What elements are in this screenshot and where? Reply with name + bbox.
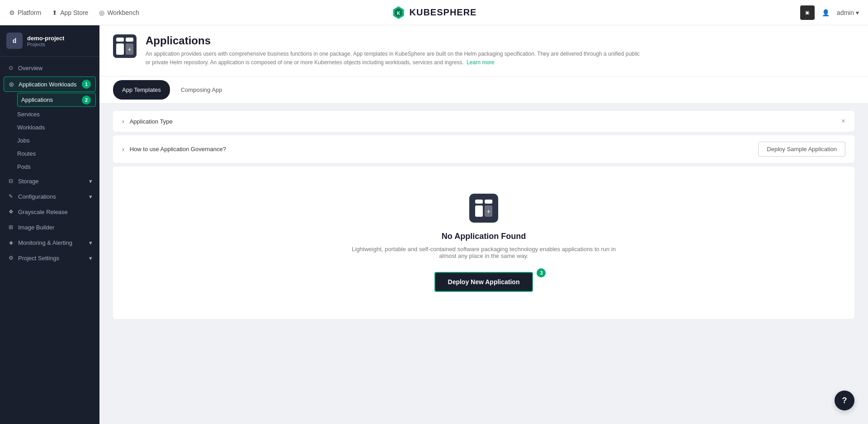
appstore-label: App Store (60, 9, 88, 16)
sidebar-item-grayscale[interactable]: ❖ Grayscale Release (0, 204, 99, 219)
tabs-bar: App Templates Composing App (99, 76, 868, 104)
kubesphere-logo-icon: K (392, 5, 406, 20)
apps-grid-icon: + (116, 38, 133, 55)
app-workloads-icon: ◎ (8, 81, 15, 88)
sidebar-item-storage[interactable]: ⊟ Storage ▾ (0, 173, 99, 189)
sidebar-item-label: Configurations (18, 193, 56, 200)
theme-icon: ▣ (805, 10, 809, 15)
chevron-right-icon[interactable]: › (122, 118, 124, 125)
tab-composing-app[interactable]: Composing App (172, 80, 231, 100)
chevron-icon: ▾ (89, 193, 92, 200)
deploy-new-badge: 3 (537, 268, 546, 277)
sidebar-item-label: Jobs (17, 137, 29, 144)
sidebar-item-label: Image Builder (18, 224, 54, 231)
banner-app-type-text: Application Type (130, 118, 836, 125)
deploy-sample-button[interactable]: Deploy Sample Application (758, 142, 845, 157)
grayscale-icon: ❖ (7, 208, 14, 215)
help-fab[interactable]: ? (835, 391, 854, 410)
workbench-icon: ◎ (99, 9, 104, 16)
sidebar-item-jobs[interactable]: Jobs (14, 134, 99, 147)
platform-menu[interactable]: ⚙ Platform (9, 9, 41, 16)
sidebar-item-applications[interactable]: Applications 2 (17, 93, 96, 107)
empty-apps-icon: + (475, 200, 492, 217)
sidebar-item-configurations[interactable]: ✎ Configurations ▾ (0, 189, 99, 204)
user-avatar-icon: 👤 (822, 9, 830, 16)
empty-state-icon: + (469, 194, 498, 223)
admin-menu[interactable]: admin ▾ (837, 9, 859, 16)
sidebar-item-routes[interactable]: Routes (14, 147, 99, 160)
page-header: + Applications An application provides u… (99, 25, 868, 76)
banner-governance-text: How to use Application Governance? (130, 146, 753, 152)
close-banner-button[interactable]: × (841, 117, 845, 125)
sidebar-item-label: Routes (17, 150, 36, 157)
logo-area: K KUBESPHERE (392, 5, 477, 20)
tab-app-templates[interactable]: App Templates (113, 80, 170, 100)
gear-icon: ⚙ (9, 9, 15, 16)
sidebar-item-label: Overview (18, 65, 42, 71)
chevron-icon: ▾ (89, 255, 92, 262)
platform-label: Platform (18, 9, 41, 16)
page-title: Applications (146, 34, 854, 47)
sidebar-item-label: Grayscale Release (18, 209, 68, 215)
sidebar-item-label: Services (17, 111, 40, 118)
sidebar-sub-items: Applications 2 Services Workloads Jobs R… (0, 93, 99, 173)
logo-text: KUBESPHERE (410, 7, 477, 18)
governance-banner: › How to use Application Governance? Dep… (113, 135, 854, 163)
sidebar-item-app-workloads[interactable]: ◎ Application Workloads 1 (4, 76, 96, 92)
grid-cell-plus: + (126, 43, 133, 55)
page-header-info: Applications An application provides use… (146, 34, 854, 67)
nav-left: ⚙ Platform ⬆ App Store ◎ Workbench (9, 9, 139, 16)
overview-icon: ⊙ (7, 64, 14, 71)
monitoring-icon: ◈ (7, 239, 14, 246)
sidebar-item-label: Project Settings (18, 255, 59, 262)
main-content: + Applications An application provides u… (99, 25, 868, 424)
sidebar-item-label: Storage (18, 178, 39, 185)
sidebar-nav: ⊙ Overview ◎ Application Workloads 1 App… (0, 57, 99, 424)
store-icon: ⬆ (52, 9, 57, 16)
storage-icon: ⊟ (7, 177, 14, 185)
sidebar: d demo-project Projects ⊙ Overview ◎ App… (0, 25, 99, 424)
sidebar-item-services[interactable]: Services (14, 108, 99, 121)
page-description: An application provides users with compr… (146, 50, 643, 67)
grid-cell-2 (485, 200, 492, 204)
empty-description: Lightweight, portable and self-contained… (348, 246, 619, 259)
applications-badge: 2 (82, 95, 91, 105)
empty-state: + No Application Found Lightweight, port… (113, 167, 854, 319)
chevron-down-icon: ▾ (856, 9, 859, 16)
image-builder-icon: ⊞ (7, 224, 14, 231)
chevron-icon: ▾ (89, 239, 92, 246)
learn-more-link[interactable]: Learn more (467, 59, 494, 66)
theme-toggle[interactable]: ▣ (800, 5, 815, 20)
config-icon: ✎ (7, 193, 14, 200)
grid-cell-3 (116, 43, 124, 55)
sidebar-item-monitoring[interactable]: ◈ Monitoring & Alerting ▾ (0, 235, 99, 250)
project-info: demo-project Projects (27, 35, 64, 47)
project-header[interactable]: d demo-project Projects (0, 25, 99, 57)
grid-cell-3 (475, 205, 483, 217)
sidebar-item-overview[interactable]: ⊙ Overview (0, 60, 99, 76)
content-area: › Application Type × › How to use Applic… (99, 104, 868, 326)
sidebar-item-label: Workloads (17, 124, 45, 131)
workbench-menu[interactable]: ◎ Workbench (99, 9, 139, 16)
workbench-label: Workbench (107, 9, 139, 16)
app-workloads-badge: 1 (82, 80, 91, 89)
sidebar-item-project-settings[interactable]: ⚙ Project Settings ▾ (0, 250, 99, 266)
chevron-right-icon-2[interactable]: › (122, 146, 124, 153)
sidebar-item-label: Monitoring & Alerting (18, 239, 72, 246)
project-subtitle: Projects (27, 42, 64, 47)
settings-icon: ⚙ (7, 254, 14, 262)
deploy-new-application-button[interactable]: Deploy New Application (434, 272, 533, 292)
sidebar-item-image-builder[interactable]: ⊞ Image Builder (0, 219, 99, 235)
help-icon: ? (842, 396, 847, 405)
appstore-menu[interactable]: ⬆ App Store (52, 9, 88, 16)
top-navigation: ⚙ Platform ⬆ App Store ◎ Workbench K KUB… (0, 0, 868, 25)
nav-right: ▣ 👤 admin ▾ (800, 5, 859, 20)
sidebar-item-pods[interactable]: Pods (14, 160, 99, 173)
empty-title: No Application Found (442, 232, 526, 241)
user-icon: 👤 (822, 9, 830, 16)
description-text: An application provides users with compr… (146, 51, 640, 66)
page-header-icon: + (113, 34, 137, 58)
sidebar-item-workloads[interactable]: Workloads (14, 121, 99, 134)
project-icon: d (6, 33, 23, 49)
sidebar-item-label: Application Workloads (19, 81, 76, 88)
